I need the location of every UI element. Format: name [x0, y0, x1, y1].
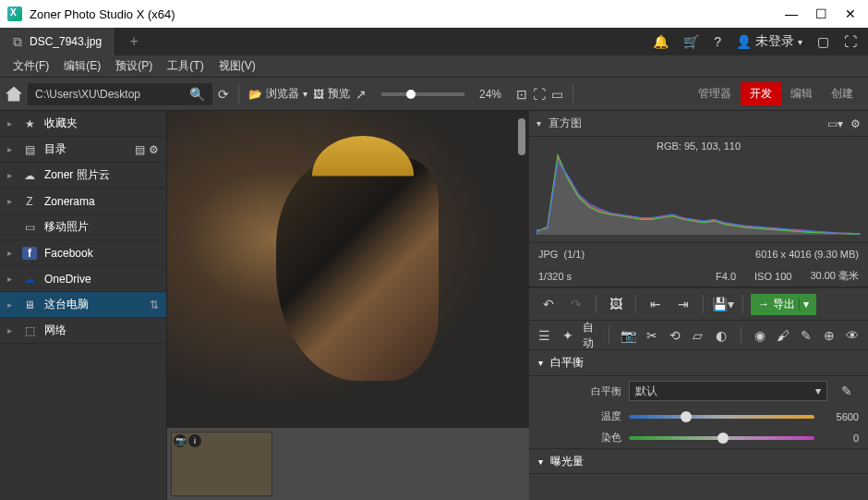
wb-mode-label: 白平衡	[538, 384, 621, 398]
camera-icon[interactable]: 📷	[621, 324, 636, 347]
wb-tint-slider[interactable]	[629, 433, 814, 443]
redeye-icon[interactable]: 👁	[845, 324, 861, 347]
menu-tools[interactable]: 工具(T)	[162, 58, 209, 74]
save-dropdown-button[interactable]: 💾▾	[711, 293, 735, 315]
preview-scrollbar[interactable]	[518, 118, 525, 155]
app-title: Zoner Photo Studio X (x64)	[30, 7, 785, 21]
refresh-icon[interactable]: ⟳	[218, 87, 229, 102]
gear-icon[interactable]: ⚙	[149, 143, 159, 156]
cart-icon[interactable]: 🛒	[683, 34, 699, 49]
expand-icon: ▸	[7, 144, 15, 154]
clone-icon[interactable]: ⊕	[822, 324, 838, 347]
folder-icon: ▭	[22, 221, 37, 234]
preview-image	[167, 111, 529, 428]
sidebar-item-5[interactable]: ▸ f Facebook	[0, 240, 166, 266]
slider-knob[interactable]	[406, 90, 416, 99]
menu-file[interactable]: 文件(F)	[7, 58, 54, 74]
menu-edit[interactable]: 编辑(E)	[58, 58, 106, 74]
exposure-section-header[interactable]: ▾ 曝光量	[529, 448, 868, 474]
preview-button[interactable]: 🖼 预览	[313, 86, 350, 102]
fit-screen-icon[interactable]: ⛶	[533, 87, 546, 102]
sidebar-item-2[interactable]: ▸ ☁ Zoner 照片云	[0, 163, 166, 189]
chevron-down-icon: ▾	[303, 89, 307, 99]
sidebar-label: 移动照片	[44, 219, 159, 235]
sidebar-item-6[interactable]: ▸ ☁ OneDrive	[0, 266, 166, 292]
home-icon[interactable]	[6, 87, 22, 102]
panel-more-icon[interactable]: ▭▾	[827, 117, 843, 130]
tabstrip: ⧉ DSC_7943.jpg + 🔔 🛒 ? 👤 未登录 ▾ ▢ ⛶	[0, 28, 868, 55]
sliders-icon[interactable]: ☰	[536, 324, 552, 347]
compare-button[interactable]: 🖼	[604, 293, 628, 315]
copy-settings-button[interactable]: ⇤	[644, 293, 668, 315]
folder-icon: ⬚	[22, 324, 37, 337]
sort-icon[interactable]: ⇅	[150, 299, 159, 311]
help-icon[interactable]: ?	[714, 34, 721, 49]
fullscreen-icon[interactable]: ⛶	[844, 34, 857, 49]
monitor-icon[interactable]: ▢	[817, 34, 829, 49]
zoom-slider[interactable]	[381, 92, 464, 96]
image-preview[interactable]	[167, 111, 529, 428]
divider	[609, 326, 609, 345]
wb-mode-select[interactable]: 默认 ▾	[629, 381, 827, 401]
zoom-value: 24%	[479, 88, 501, 101]
mode-editor[interactable]: 编辑	[781, 82, 822, 105]
fit-1to1-icon[interactable]: ⊡	[516, 87, 527, 102]
external-icon[interactable]: ↗	[356, 87, 367, 102]
crop-icon[interactable]: ✂	[644, 324, 659, 347]
search-icon[interactable]: 🔍	[189, 87, 205, 102]
wb-temp-slider[interactable]	[629, 412, 814, 421]
gradient-icon[interactable]: ◐	[713, 324, 729, 347]
panel-gear-icon[interactable]: ⚙	[850, 117, 861, 130]
redo-button[interactable]: ↷	[564, 293, 588, 315]
account-button[interactable]: 👤 未登录 ▾	[736, 33, 802, 50]
document-tab[interactable]: ⧉ DSC_7943.jpg	[0, 28, 115, 55]
thumbnail-strip: 📷 i	[167, 428, 529, 500]
path-input[interactable]	[35, 88, 184, 101]
undo-button[interactable]: ↶	[536, 293, 561, 315]
retouch-icon[interactable]: ✎	[799, 324, 814, 347]
menu-view[interactable]: 视图(V)	[213, 58, 261, 74]
sidebar-item-1[interactable]: ▸ ▤ 目录 ▤⚙	[0, 137, 166, 163]
paste-settings-button[interactable]: ⇥	[671, 293, 695, 315]
filter-icon[interactable]: ▤	[135, 143, 145, 156]
magic-icon[interactable]: ✦	[560, 324, 575, 347]
wb-temp-row: 温度 5600	[529, 406, 868, 427]
rotate-icon[interactable]: ⟲	[667, 324, 682, 347]
chevron-down-icon: ▾	[815, 384, 821, 397]
fit-window-icon[interactable]: ▭	[551, 87, 563, 102]
brush-icon[interactable]: 🖌	[775, 324, 790, 347]
thumbnail[interactable]: 📷 i	[171, 432, 272, 496]
sidebar-item-8[interactable]: ▸ ⬚ 网络	[0, 318, 166, 344]
divider	[741, 326, 741, 345]
menu-preset[interactable]: 预设(P)	[110, 58, 158, 74]
exif-row: 1/320 s F4.0 ISO 100 30.00 毫米	[529, 265, 868, 287]
notifications-icon[interactable]: 🔔	[653, 34, 669, 49]
maximize-button[interactable]: ☐	[814, 7, 827, 20]
eyedropper-icon[interactable]: ✎	[835, 380, 859, 402]
path-box[interactable]: 🔍	[28, 83, 212, 105]
sidebar-item-3[interactable]: ▸ Z Zonerama	[0, 189, 166, 214]
perspective-icon[interactable]: ▱	[690, 324, 705, 347]
wb-section-header[interactable]: ▾ 白平衡	[529, 350, 868, 376]
mode-create[interactable]: 创建	[822, 82, 862, 105]
wb-temp-value: 5600	[822, 411, 859, 422]
sidebar-label: 网络	[44, 323, 159, 338]
browser-button[interactable]: 📂 浏览器 ▾	[248, 86, 307, 102]
sidebar-item-4[interactable]: ▭ 移动照片	[0, 214, 166, 240]
auto-label[interactable]: 自动	[583, 320, 597, 351]
export-button[interactable]: → 导出 ▾	[751, 294, 816, 315]
file-dimensions: 6016 x 4016 (9.30 MB)	[755, 249, 859, 260]
histogram-header[interactable]: ▾ 直方图 ▭▾ ⚙	[529, 111, 868, 137]
minimize-button[interactable]: —	[785, 7, 798, 20]
sidebar-item-7[interactable]: ▸ 🖥 这台电脑 ⇅	[0, 292, 166, 318]
mode-manager[interactable]: 管理器	[689, 82, 741, 105]
close-button[interactable]: ✕	[844, 7, 857, 20]
slider-knob[interactable]	[717, 433, 729, 444]
sidebar-item-0[interactable]: ▸ ★ 收藏夹	[0, 111, 166, 137]
add-tab-button[interactable]: +	[115, 33, 152, 50]
titlebar: Zoner Photo Studio X (x64) — ☐ ✕	[0, 0, 868, 28]
mode-develop[interactable]: 开发	[741, 82, 781, 105]
radial-icon[interactable]: ◉	[752, 324, 767, 347]
slider-knob[interactable]	[681, 411, 692, 422]
app-icon	[7, 6, 22, 21]
